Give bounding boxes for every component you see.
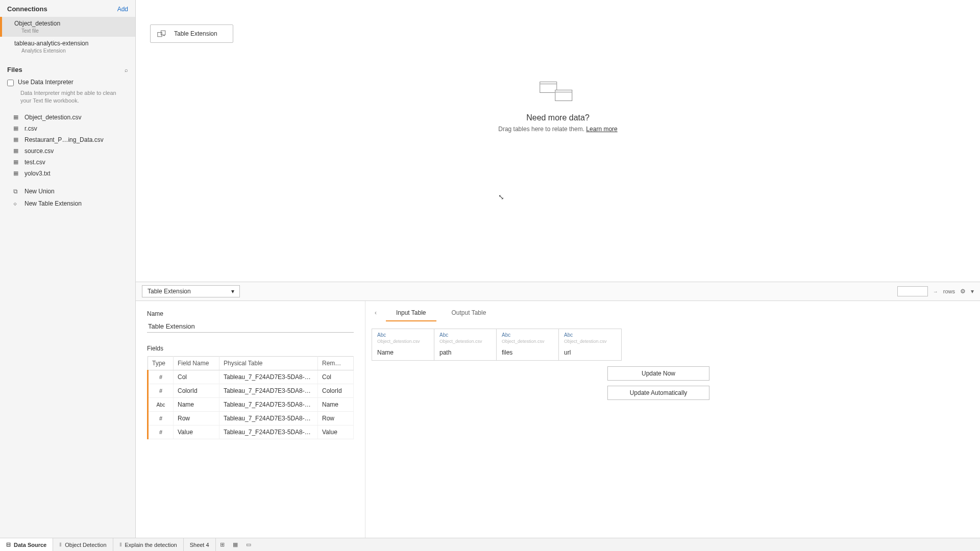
connection-item-analytics-extension[interactable]: tableau-analytics-extension Analytics Ex… [0, 37, 135, 57]
io-pane: ‹ Input Table Output Table AbcObject_det… [365, 301, 980, 368]
field-physical-table: Tableau_7_F24AD7E3-5DA8-… [219, 370, 318, 384]
files-title: Files [7, 66, 22, 73]
field-type-icon: # [148, 370, 174, 384]
connection-type: Analytics Extension [21, 48, 128, 54]
column-type-icon: Abc [439, 332, 491, 338]
field-type-icon: # [148, 425, 174, 439]
col-type[interactable]: Type [148, 357, 174, 370]
column-source: Object_detestion.csv [564, 339, 616, 344]
field-row[interactable]: #ValueTableau_7_F24AD7E3-5DA8-…Value [148, 425, 354, 439]
field-physical-table: Tableau_7_F24AD7E3-5DA8-… [219, 425, 318, 439]
column-type-icon: Abc [564, 332, 616, 338]
action-label: New Union [24, 188, 55, 195]
connection-item-object-detestion[interactable]: Object_detestion Text file [0, 17, 135, 37]
column-source: Object_detestion.csv [439, 339, 491, 344]
learn-more-link[interactable]: Learn more [586, 126, 617, 133]
tab-explain-detection[interactable]: ⫴Explain the detection [113, 538, 184, 551]
field-name: ColorId [174, 384, 219, 398]
connections-sidebar: Connections Add Object_detestion Text fi… [0, 0, 136, 538]
data-interpreter-checkbox[interactable] [7, 80, 14, 86]
expand-icon[interactable]: ▾ [971, 288, 974, 295]
fields-label: Fields [147, 345, 354, 352]
field-row[interactable]: #ColTableau_7_F24AD7E3-5DA8-…Col [148, 370, 354, 384]
new-union-button[interactable]: ⧉New Union [0, 185, 135, 197]
table-icon: ▦ [13, 125, 19, 132]
update-automatically-button[interactable]: Update Automatically [607, 386, 709, 400]
update-now-button[interactable]: Update Now [607, 366, 709, 381]
file-item[interactable]: ▦Restaurant_P…ing_Data.csv [0, 134, 135, 145]
col-remote[interactable]: Rem… [318, 357, 354, 370]
chevron-down-icon: ▾ [231, 288, 234, 295]
field-row[interactable]: #ColorIdTableau_7_F24AD7E3-5DA8-…ColorId [148, 384, 354, 398]
table-icon: ▦ [13, 136, 19, 143]
add-connection-link[interactable]: Add [117, 6, 128, 13]
column-source: Object_detestion.csv [502, 339, 553, 344]
file-name: source.csv [24, 147, 54, 155]
field-remote-name: ColorId [318, 384, 354, 398]
collapse-io-icon[interactable]: ‹ [371, 307, 381, 318]
file-name: Object_detestion.csv [24, 114, 81, 121]
field-row[interactable]: AbcNameTableau_7_F24AD7E3-5DA8-…Name [148, 398, 354, 412]
detail-toolbar: Table Extension ▾ → rows ⚙ ▾ [136, 282, 980, 301]
file-item[interactable]: ▦source.csv [0, 145, 135, 157]
cursor-icon: ⤡ [498, 193, 504, 201]
column-name: path [439, 349, 491, 356]
input-column[interactable]: AbcObject_detestion.csvpath [434, 329, 497, 360]
metadata-pane: Name Fields Type Field Name Physical Tab… [136, 301, 365, 538]
settings-icon[interactable]: ⚙ [960, 288, 966, 295]
sheet-icon: ⫴ [59, 541, 62, 548]
action-label: New Table Extension [24, 200, 82, 207]
tab-sheet-4[interactable]: Sheet 4 [184, 538, 216, 551]
file-item[interactable]: ▦test.csv [0, 157, 135, 168]
tab-data-source[interactable]: ⊟Data Source [0, 538, 53, 551]
input-columns: AbcObject_detestion.csvNameAbcObject_det… [372, 329, 622, 361]
new-table-extension-button[interactable]: ⟐New Table Extension [0, 197, 135, 210]
file-item[interactable]: ▦Object_detestion.csv [0, 112, 135, 123]
tab-object-detection[interactable]: ⫴Object Detection [53, 538, 113, 551]
union-icon: ⧉ [13, 188, 19, 195]
rows-input[interactable] [897, 286, 928, 296]
field-remote-name: Col [318, 370, 354, 384]
selector-value: Table Extension [148, 288, 191, 295]
relationship-canvas[interactable]: Table Extension Need more data? Drag tab… [136, 0, 980, 282]
name-label: Name [147, 310, 354, 317]
column-type-icon: Abc [377, 332, 429, 338]
data-source-icon: ⊟ [6, 541, 11, 548]
file-name: Restaurant_P…ing_Data.csv [24, 136, 104, 143]
col-physical-table[interactable]: Physical Table [219, 357, 318, 370]
file-item[interactable]: ▦yolov3.txt [0, 168, 135, 179]
column-source: Object_detestion.csv [377, 339, 429, 344]
file-item[interactable]: ▦r.csv [0, 123, 135, 134]
column-name: files [502, 349, 553, 356]
new-worksheet-button[interactable]: ⊞ [216, 541, 229, 548]
field-remote-name: Name [318, 398, 354, 412]
table-icon: ▦ [13, 170, 19, 177]
field-type-icon: # [148, 384, 174, 398]
tab-input-table[interactable]: Input Table [386, 304, 436, 321]
files-list: ▦Object_detestion.csv ▦r.csv ▦Restaurant… [0, 110, 135, 181]
sheet-tab-bar: ⊟Data Source ⫴Object Detection ⫴Explain … [0, 538, 980, 551]
col-field-name[interactable]: Field Name [174, 357, 219, 370]
input-column[interactable]: AbcObject_detestion.csvfiles [497, 329, 559, 360]
table-icon: ▦ [13, 114, 19, 120]
input-column[interactable]: AbcObject_detestion.csvName [372, 329, 434, 360]
field-row[interactable]: #RowTableau_7_F24AD7E3-5DA8-…Row [148, 412, 354, 425]
table-extension-pill[interactable]: Table Extension [150, 24, 233, 43]
column-name: url [564, 349, 616, 356]
connection-name: tableau-analytics-extension [14, 40, 128, 47]
connection-name: Object_detestion [14, 20, 128, 27]
new-dashboard-button[interactable]: ▦ [229, 541, 242, 548]
input-column[interactable]: AbcObject_detestion.csvurl [559, 329, 621, 360]
table-icon: ▦ [13, 159, 19, 165]
table-extension-icon: ⟐ [13, 200, 19, 207]
relate-tables-icon [540, 82, 576, 106]
tab-output-table[interactable]: Output Table [442, 304, 497, 321]
column-type-icon: Abc [502, 332, 553, 338]
new-story-button[interactable]: ▭ [242, 541, 255, 548]
arrow-right-icon: → [933, 289, 938, 294]
table-selector-dropdown[interactable]: Table Extension ▾ [142, 285, 240, 297]
table-name-input[interactable] [147, 320, 354, 333]
pill-label: Table Extension [174, 30, 217, 37]
field-physical-table: Tableau_7_F24AD7E3-5DA8-… [219, 412, 318, 425]
search-files-icon[interactable]: ⌕ [125, 67, 128, 73]
